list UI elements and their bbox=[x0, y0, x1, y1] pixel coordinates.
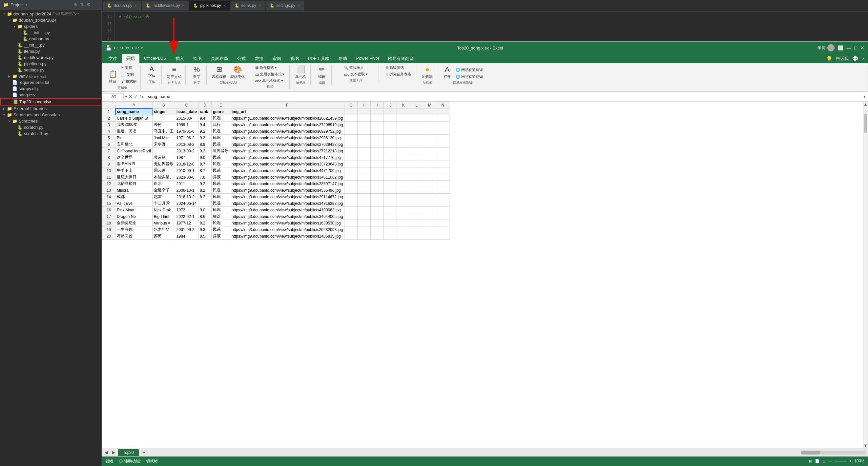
cell-F15[interactable]: https://img3.doubanio.com/view/subject/m… bbox=[230, 200, 344, 207]
cell-D12[interactable]: 9.2 bbox=[198, 180, 211, 187]
cell-E15[interactable]: 民谣 bbox=[211, 200, 230, 207]
cell-F2[interactable]: https://img1.doubanio.com/view/subject/m… bbox=[230, 115, 344, 122]
cell-M15[interactable] bbox=[423, 200, 436, 207]
undo2-icon[interactable]: ↩ bbox=[135, 45, 139, 51]
cell-H6[interactable] bbox=[358, 141, 371, 148]
cell-B15[interactable]: 十二月党 bbox=[152, 200, 175, 207]
cell-K10[interactable] bbox=[397, 167, 410, 174]
cell-G6[interactable] bbox=[344, 141, 358, 148]
row-header[interactable]: 15 bbox=[102, 200, 116, 207]
col-header-C[interactable]: C bbox=[175, 102, 198, 108]
cell-E5[interactable]: 民谣 bbox=[211, 135, 230, 141]
cell-H3[interactable] bbox=[358, 122, 371, 128]
cell-H13[interactable] bbox=[358, 187, 371, 194]
tree-item-douban-spider2024-root[interactable]: ▾ 📁 douban_spider2024 E:\近期研究\Pyth bbox=[0, 11, 101, 17]
cell-M20[interactable] bbox=[423, 233, 436, 239]
cell-J9[interactable] bbox=[384, 161, 397, 167]
comment-icon[interactable]: 💬 bbox=[852, 56, 859, 62]
cell-H19[interactable] bbox=[358, 227, 371, 233]
table-format-btn[interactable]: 🗃 套用表格格式 ▾ bbox=[254, 71, 286, 77]
cell-M6[interactable] bbox=[423, 141, 436, 148]
cell-L5[interactable] bbox=[410, 135, 423, 141]
tree-item-douban-py[interactable]: 🐍 douban.py bbox=[0, 36, 101, 42]
cell-K18[interactable] bbox=[397, 220, 410, 227]
cell-styles-btn[interactable]: abc 单元格样式 ▾ bbox=[254, 78, 286, 84]
cell-F5[interactable]: https://img1.doubanio.com/view/subject/m… bbox=[230, 135, 344, 141]
cell-D8[interactable]: 9.0 bbox=[198, 154, 211, 161]
copy-btn[interactable]: 📄 复制 bbox=[120, 71, 138, 78]
cell-B5[interactable]: Joni Mitc bbox=[152, 135, 175, 141]
cell-H4[interactable] bbox=[358, 128, 371, 135]
tab-close-btn[interactable]: ✕ bbox=[297, 4, 300, 8]
cell-F12[interactable]: https://img3.doubanio.com/view/subject/m… bbox=[230, 180, 344, 187]
row-header[interactable]: 10 bbox=[102, 167, 116, 174]
row-header[interactable]: 4 bbox=[102, 128, 116, 135]
cell-M12[interactable] bbox=[423, 180, 436, 187]
ribbon-tab-page-layout[interactable]: 页面布局 bbox=[206, 54, 232, 63]
cell-F11[interactable]: https://img3.doubanio.com/view/subject/m… bbox=[230, 174, 344, 180]
cell-F8[interactable]: https://img1.doubanio.com/view/subject/m… bbox=[230, 154, 344, 161]
sheet-nav-left[interactable]: ◀ bbox=[103, 450, 109, 455]
cell-F6[interactable]: https://img1.doubanio.com/view/subject/m… bbox=[230, 141, 344, 148]
cell-N8[interactable] bbox=[436, 154, 450, 161]
cell-I3[interactable] bbox=[371, 122, 384, 128]
cell-N19[interactable] bbox=[436, 227, 450, 233]
cell-I1[interactable] bbox=[371, 108, 384, 115]
cell-D14[interactable]: 8.2 bbox=[198, 194, 211, 200]
cell-M4[interactable] bbox=[423, 128, 436, 135]
row-header[interactable]: 14 bbox=[102, 194, 116, 200]
cell-B16[interactable]: Nick Drak bbox=[152, 207, 175, 213]
tab-pipelines-py[interactable]: 🐍 pipelines.py ✕ bbox=[189, 1, 229, 10]
cell-H15[interactable] bbox=[358, 200, 371, 207]
tell-me-label[interactable]: 告诉我 bbox=[836, 56, 849, 62]
scroll-thumb[interactable] bbox=[864, 113, 867, 133]
cell-J4[interactable] bbox=[384, 128, 397, 135]
cell-I8[interactable] bbox=[371, 154, 384, 161]
cell-A6[interactable]: 安和桥北 bbox=[116, 141, 153, 148]
cell-J1[interactable] bbox=[384, 108, 397, 115]
cell-J2[interactable] bbox=[384, 115, 397, 122]
add-sheet-btn[interactable]: + bbox=[141, 450, 147, 456]
cell-B9[interactable]: 无边界音乐 bbox=[152, 161, 175, 167]
cell-A19[interactable]: 一生有你 bbox=[116, 227, 153, 233]
cell-D7[interactable]: 9.2 bbox=[198, 148, 211, 154]
spreadsheet-container[interactable]: A B C D E F G H I J K L M bbox=[102, 102, 863, 448]
cell-G7[interactable] bbox=[344, 148, 358, 154]
cell-I12[interactable] bbox=[371, 180, 384, 187]
cell-F3[interactable]: https://img1.doubanio.com/view/subject/m… bbox=[230, 122, 344, 128]
col-header-A[interactable]: A bbox=[116, 102, 153, 108]
cell-D2[interactable]: 9.4 bbox=[198, 115, 211, 122]
cell-A7[interactable]: CliffhangHorseRadi bbox=[116, 148, 153, 154]
cell-D19[interactable]: 9.3 bbox=[198, 227, 211, 233]
cell-D6[interactable]: 8.9 bbox=[198, 141, 211, 148]
col-header-I[interactable]: I bbox=[371, 102, 384, 108]
cell-H1[interactable] bbox=[358, 108, 371, 115]
cell-E3[interactable]: 流行 bbox=[211, 122, 230, 128]
format-painter-btn[interactable]: 🖌 格式刷 bbox=[120, 78, 138, 85]
find-fill-btn[interactable]: 🔍 查找录入 bbox=[342, 65, 369, 71]
cell-J13[interactable] bbox=[384, 187, 397, 194]
cell-F19[interactable]: https://img3.doubanio.com/view/subject/m… bbox=[230, 227, 344, 233]
cell-L9[interactable] bbox=[410, 161, 423, 167]
insert-function-icon[interactable]: ƒx bbox=[139, 94, 144, 99]
cell-D11[interactable]: 7.8 bbox=[198, 174, 211, 180]
zoom-slider[interactable]: ——— bbox=[835, 459, 847, 463]
cell-D18[interactable]: 8.2 bbox=[198, 220, 211, 227]
cell-L18[interactable] bbox=[410, 220, 423, 227]
cell-K4[interactable] bbox=[397, 128, 410, 135]
cell-A13[interactable]: Misora bbox=[116, 187, 153, 194]
cell-I5[interactable] bbox=[371, 135, 384, 141]
cell-G5[interactable] bbox=[344, 135, 358, 141]
cell-K5[interactable] bbox=[397, 135, 410, 141]
cell-N15[interactable] bbox=[436, 200, 450, 207]
youdao-translate-btn[interactable]: 🌐 网易有道翻译 bbox=[454, 67, 484, 73]
cell-H17[interactable] bbox=[358, 213, 371, 220]
cell-M16[interactable] bbox=[423, 207, 436, 213]
tree-item-song-csv[interactable]: 📄 song.csv bbox=[0, 92, 101, 98]
code-content[interactable]: # 保存excel表 bbox=[115, 12, 868, 41]
cell-E11[interactable]: 摇滚 bbox=[211, 174, 230, 180]
col-header-J[interactable]: J bbox=[384, 102, 397, 108]
cell-E4[interactable]: 民谣 bbox=[211, 128, 230, 135]
cell-F16[interactable]: https://img3.doubanio.com/view/subject/m… bbox=[230, 207, 344, 213]
zoom-in-icon[interactable]: + bbox=[849, 459, 851, 463]
